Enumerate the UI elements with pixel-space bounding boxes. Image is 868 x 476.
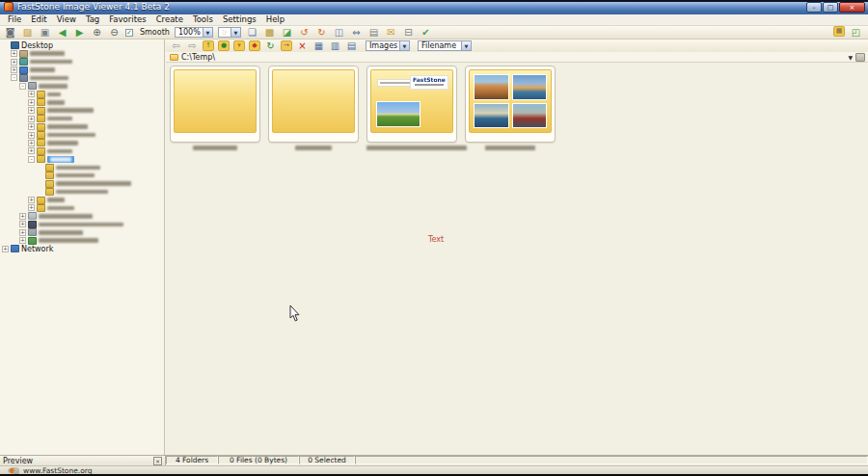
address-bar[interactable]: C:\Temp\ ▼ — [166, 52, 868, 63]
collapse-icon[interactable]: - — [11, 74, 17, 81]
smooth-checkbox[interactable]: ✓ — [125, 29, 133, 37]
address-box-icon[interactable] — [855, 53, 865, 62]
tree-item[interactable]: + — [0, 196, 164, 203]
chevron-down-icon[interactable]: ▼ — [399, 41, 409, 50]
forward-icon[interactable]: ⇨ — [186, 40, 199, 52]
title-bar[interactable]: FastStone Image Viewer 4.1 Beta 2 – □ × — [0, 0, 868, 14]
favorites-folder-icon[interactable]: ● — [218, 40, 230, 51]
chevron-down-icon[interactable]: ▼ — [231, 28, 240, 37]
minimize-button[interactable]: – — [806, 2, 822, 13]
list-view-icon[interactable]: ▤ — [345, 40, 358, 52]
tree-item[interactable]: + — [0, 122, 164, 130]
slideshow-icon[interactable]: ▦ — [833, 26, 845, 37]
folder-thumbnail-3[interactable]: FastStone — [366, 66, 457, 150]
menu-view[interactable]: View — [52, 14, 81, 25]
select-image-icon[interactable]: ◪ — [281, 26, 293, 39]
folder-thumbnail-2[interactable] — [268, 66, 359, 150]
tree-item-desktop[interactable]: Desktop — [0, 41, 164, 49]
tree-item[interactable]: - — [0, 82, 164, 90]
tree-item[interactable]: + — [0, 204, 164, 212]
email-icon[interactable]: ✉ — [385, 26, 397, 39]
copy-to-icon[interactable]: ❏ — [246, 26, 258, 39]
expand-icon[interactable]: + — [11, 66, 17, 73]
menu-file[interactable]: File — [3, 14, 26, 25]
tree-item[interactable]: - — [0, 74, 164, 82]
filter-select[interactable]: Images▼ — [366, 40, 410, 51]
menu-help[interactable]: Help — [261, 14, 289, 25]
tree-item[interactable]: + — [0, 115, 164, 122]
expand-icon[interactable]: + — [28, 204, 35, 211]
expand-icon[interactable]: + — [28, 147, 35, 154]
expand-icon[interactable]: + — [2, 246, 9, 252]
move-folder-icon[interactable]: → — [281, 40, 292, 51]
tree-item[interactable]: + — [0, 107, 164, 115]
collapse-icon[interactable]: - — [28, 156, 35, 163]
tree-item[interactable]: + — [0, 98, 164, 106]
options-check-icon[interactable]: ✔ — [420, 26, 432, 39]
address-dropdown-icon[interactable]: ▼ — [845, 54, 855, 61]
tree-item[interactable]: + — [0, 139, 164, 146]
expand-icon[interactable]: + — [28, 99, 35, 106]
menu-favorites[interactable]: Favorites — [104, 14, 150, 25]
tree-item[interactable]: + — [0, 147, 164, 155]
sort-select[interactable]: Filename▼ — [418, 40, 472, 51]
tree-item[interactable]: + — [0, 91, 164, 98]
folder-tag-icon[interactable]: ◆ — [249, 40, 260, 51]
zoom-in-icon[interactable]: ⊕ — [91, 26, 103, 39]
menu-settings[interactable]: Settings — [218, 14, 261, 25]
file-browser-area[interactable]: FastStone Text — [166, 63, 868, 455]
back-icon[interactable]: ⇦ — [170, 40, 182, 52]
up-folder-icon[interactable]: ↑ — [203, 40, 214, 51]
print-icon[interactable]: ⊟ — [402, 26, 415, 39]
zoom-select[interactable]: 100%▼ — [175, 27, 213, 38]
tree-item[interactable] — [0, 164, 164, 172]
thumbnail-view-icon[interactable]: ▦ — [312, 40, 325, 52]
close-button[interactable]: × — [839, 2, 865, 13]
folder-thumbnail-4[interactable] — [465, 66, 556, 150]
expand-icon[interactable]: + — [28, 116, 35, 122]
expand-icon[interactable]: + — [19, 221, 26, 227]
save-as-icon[interactable]: ▤ — [367, 26, 380, 39]
tree-item[interactable]: - — [0, 155, 164, 163]
expand-icon[interactable]: + — [28, 132, 35, 139]
compare-icon[interactable]: ◫ — [333, 26, 345, 39]
preview-close-icon[interactable]: × — [153, 457, 162, 465]
tree-item[interactable] — [0, 179, 164, 187]
expand-icon[interactable]: + — [19, 213, 26, 220]
expand-icon[interactable]: + — [28, 140, 35, 146]
hand-tool-select[interactable]: ☞▼ — [218, 27, 241, 38]
tree-item[interactable]: + — [0, 49, 164, 57]
tree-item-network[interactable]: +Network — [0, 245, 164, 252]
tree-item[interactable]: + — [0, 66, 164, 73]
zoom-out-icon[interactable]: ⊖ — [108, 26, 121, 39]
chevron-down-icon[interactable]: ▼ — [203, 28, 212, 37]
rotate-right-icon[interactable]: ↻ — [315, 26, 328, 39]
expand-icon[interactable]: + — [19, 229, 26, 236]
expand-icon[interactable]: + — [28, 123, 35, 130]
expand-icon[interactable]: + — [11, 59, 17, 66]
open-folder-icon[interactable]: ▨ — [21, 26, 34, 39]
menu-tools[interactable]: Tools — [188, 14, 218, 25]
collapse-icon[interactable]: - — [19, 83, 26, 90]
expand-icon[interactable]: + — [28, 91, 35, 97]
prev-image-icon[interactable]: ◀ — [56, 26, 68, 39]
rotate-left-icon[interactable]: ↺ — [298, 26, 311, 39]
chevron-down-icon[interactable]: ▼ — [461, 41, 471, 50]
acquire-icon[interactable]: ◙ — [4, 26, 16, 39]
menu-create[interactable]: Create — [151, 14, 188, 25]
tree-item[interactable]: + — [0, 221, 164, 228]
expand-icon[interactable]: + — [28, 107, 35, 114]
folder-thumbnail-1[interactable] — [170, 66, 260, 150]
fullscreen-icon[interactable]: ◰ — [850, 26, 862, 39]
expand-icon[interactable]: + — [28, 197, 35, 203]
open-folder2-icon[interactable]: ▾ — [233, 40, 245, 51]
expand-icon[interactable]: + — [19, 237, 26, 244]
maximize-button[interactable]: □ — [823, 2, 838, 13]
detail-view-icon[interactable]: ▥ — [329, 40, 341, 52]
tree-item[interactable]: + — [0, 131, 164, 139]
tree-item[interactable] — [0, 188, 164, 196]
menu-edit[interactable]: Edit — [26, 14, 51, 25]
tree-item[interactable] — [0, 172, 164, 179]
resize-icon[interactable]: ⇔ — [350, 26, 363, 39]
address-path[interactable]: C:\Temp\ — [181, 53, 215, 62]
